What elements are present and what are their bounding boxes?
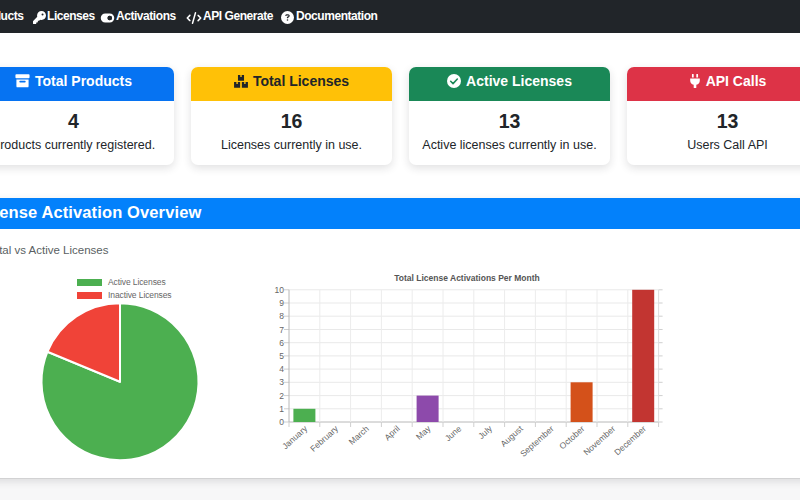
svg-text:3: 3 xyxy=(279,377,284,387)
svg-text:April: April xyxy=(382,423,401,442)
svg-text:August: August xyxy=(498,423,525,449)
svg-text:8: 8 xyxy=(279,311,284,321)
svg-text:May: May xyxy=(414,423,433,442)
svg-text:1: 1 xyxy=(279,404,284,414)
svg-text:September: September xyxy=(518,423,556,458)
svg-text:February: February xyxy=(308,423,341,454)
svg-text:2: 2 xyxy=(279,391,284,401)
svg-text:December: December xyxy=(612,423,648,457)
svg-text:0: 0 xyxy=(279,417,284,427)
svg-text:Total License Activations Per: Total License Activations Per Month xyxy=(394,273,539,283)
svg-text:October: October xyxy=(557,423,586,451)
svg-text:November: November xyxy=(581,423,617,457)
svg-text:July: July xyxy=(476,423,494,441)
svg-text:5: 5 xyxy=(279,351,284,361)
svg-text:7: 7 xyxy=(279,325,284,335)
svg-text:4: 4 xyxy=(279,364,284,374)
svg-text:June: June xyxy=(443,423,464,443)
svg-text:10: 10 xyxy=(275,285,285,295)
svg-text:January: January xyxy=(280,423,310,451)
svg-text:9: 9 xyxy=(279,298,284,308)
svg-text:6: 6 xyxy=(279,338,284,348)
